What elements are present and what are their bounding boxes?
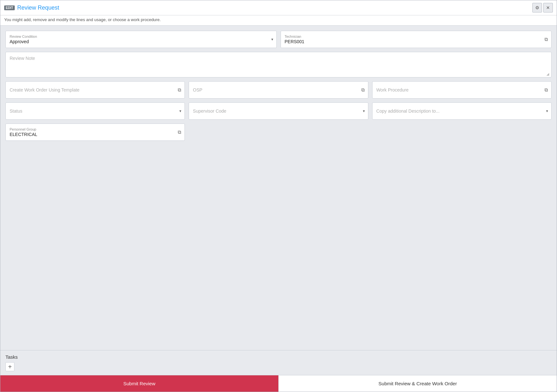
close-button[interactable] (543, 3, 553, 12)
work-procedure-external-icon[interactable] (545, 87, 548, 93)
status-field[interactable]: Status (5, 102, 185, 120)
submit-review-create-button[interactable]: Submit Review & Create Work Order (278, 375, 557, 392)
row-status-supervisor-copy: Status Supervisor Code Copy additional D… (5, 102, 552, 120)
review-request-window: EDIT Review Request You might add, remov… (0, 0, 557, 392)
plus-icon (8, 363, 12, 371)
copy-additional-dropdown-icon[interactable] (546, 109, 548, 113)
row-review-note: Review Note (5, 52, 552, 77)
settings-button[interactable] (532, 3, 542, 12)
title-bar-left: EDIT Review Request (4, 4, 59, 11)
row-condition-technician: Review Condition Approved Technician PER… (5, 31, 552, 48)
copy-additional-placeholder: Copy additional Description to... (376, 108, 538, 114)
review-condition-field[interactable]: Review Condition Approved (5, 31, 277, 48)
personnel-group-field-group: Personnel Group ELECTRICAL (5, 124, 185, 141)
window-title: Review Request (17, 4, 59, 11)
copy-additional-group: Copy additional Description to... (372, 102, 552, 120)
review-condition-group: Review Condition Approved (5, 31, 277, 48)
supervisor-code-group: Supervisor Code (189, 102, 368, 120)
tasks-section: Tasks (0, 350, 557, 375)
supervisor-code-field[interactable]: Supervisor Code (189, 102, 368, 120)
personnel-group-external-icon[interactable] (178, 129, 181, 135)
review-note-group: Review Note (5, 52, 552, 77)
technician-value: PERS001 (285, 39, 539, 44)
submit-review-button[interactable]: Submit Review (0, 375, 278, 392)
work-procedure-placeholder: Work Procedure (376, 87, 538, 92)
close-icon (546, 5, 550, 10)
osp-field[interactable]: OSP (189, 81, 368, 99)
technician-field[interactable]: Technician PERS001 (281, 31, 552, 48)
technician-label: Technician (285, 35, 539, 38)
edit-badge: EDIT (4, 5, 15, 10)
footer-bar: Submit Review Submit Review & Create Wor… (0, 375, 557, 392)
review-condition-label: Review Condition (10, 35, 264, 38)
technician-external-icon[interactable] (545, 36, 548, 42)
supervisor-code-dropdown-icon[interactable] (363, 109, 365, 113)
resize-handle-icon[interactable] (546, 72, 550, 76)
tasks-add-button[interactable] (5, 362, 14, 371)
status-placeholder: Status (10, 108, 172, 114)
personnel-group-label: Personnel Group (10, 127, 172, 131)
row-personnel-group: Personnel Group ELECTRICAL (5, 124, 552, 141)
supervisor-code-placeholder: Supervisor Code (193, 108, 355, 114)
title-bar-actions (532, 3, 553, 12)
row-work-osp-procedure: Create Work Order Using Template OSP Wor… (5, 81, 552, 99)
create-work-order-external-icon[interactable] (178, 87, 181, 93)
review-note-placeholder: Review Note (10, 56, 35, 61)
review-note-field[interactable]: Review Note (5, 52, 552, 77)
create-work-order-group: Create Work Order Using Template (5, 81, 185, 99)
create-work-order-placeholder: Create Work Order Using Template (10, 87, 172, 92)
review-condition-dropdown-icon[interactable] (271, 37, 273, 42)
work-procedure-group: Work Procedure (372, 81, 552, 99)
technician-group: Technician PERS001 (281, 31, 552, 48)
review-condition-value: Approved (10, 39, 264, 44)
create-work-order-field[interactable]: Create Work Order Using Template (5, 81, 185, 99)
form-area: Review Condition Approved Technician PER… (0, 26, 557, 350)
tasks-title: Tasks (5, 354, 552, 360)
status-group: Status (5, 102, 185, 120)
personnel-group-value: ELECTRICAL (10, 132, 172, 137)
personnel-group-field[interactable]: Personnel Group ELECTRICAL (5, 124, 185, 141)
subtitle: You might add, remove and modify the lin… (0, 15, 557, 26)
status-dropdown-icon[interactable] (179, 109, 181, 113)
gear-icon (535, 5, 539, 10)
osp-placeholder: OSP (193, 87, 355, 92)
work-procedure-field[interactable]: Work Procedure (372, 81, 552, 99)
title-bar: EDIT Review Request (0, 0, 557, 15)
osp-external-icon[interactable] (361, 87, 365, 93)
osp-group: OSP (189, 81, 368, 99)
copy-additional-field[interactable]: Copy additional Description to... (372, 102, 552, 120)
